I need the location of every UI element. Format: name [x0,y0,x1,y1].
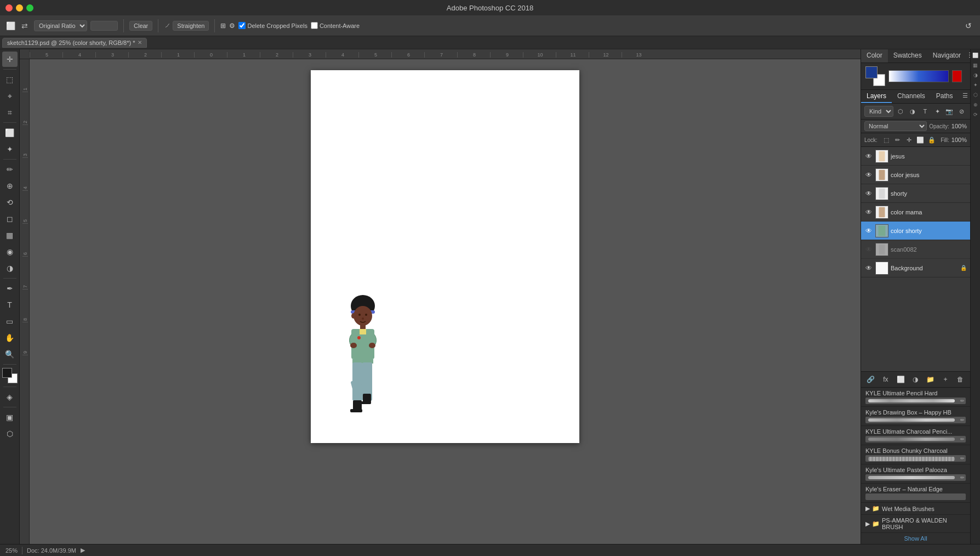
layer-item-background[interactable]: 👁 Background 🔒 [861,259,970,277]
visibility-icon-color-jesus[interactable]: 👁 [864,171,873,179]
brush-folder-amaro[interactable]: ▶ 📁 PS-AMARO & WALDEN BRUSH [861,515,970,533]
brush-edit-4[interactable]: ✏ [960,475,965,480]
visibility-icon-jesus[interactable]: 👁 [864,152,873,161]
filter-toggle[interactable]: ⊘ [957,106,967,117]
tab-channels[interactable]: Channels [892,90,931,103]
ratio-select[interactable]: Original Ratio [34,20,87,31]
minimize-button[interactable] [16,4,23,12]
visibility-icon-scan0082[interactable]: 👁 [864,245,873,254]
pen-tool[interactable]: ✒ [2,281,18,296]
brush-item-3[interactable]: KYLE Bonus Chunky Charcoal ✏ [861,445,970,464]
new-group-btn[interactable]: 📁 [925,374,936,385]
content-aware-label[interactable]: Content-Aware [311,22,360,29]
adjustment-btn[interactable]: ◑ [910,374,921,385]
clear-button[interactable]: Clear [129,21,152,31]
tab-navigator[interactable]: Navigator [927,49,966,63]
filter-smart-icon[interactable]: 📷 [944,106,954,117]
brush-item-0[interactable]: KYLE Ultimate Pencil Hard ✏ [861,388,970,407]
filter-adjust-icon[interactable]: ◑ [908,106,918,117]
brush-edit-1[interactable]: ✏ [960,417,965,423]
crop-tool-icon[interactable]: ⬜ [4,20,16,32]
brush-edit-2[interactable]: ✏ [960,436,965,442]
artboard-tool[interactable]: ⬡ [2,426,18,441]
close-button[interactable] [5,4,13,12]
document-tab[interactable]: sketch1129.psd @ 25% (color shorty, RGB/… [2,38,147,48]
dodge-tool[interactable]: ◑ [2,260,18,276]
panel-toggle-6[interactable]: ⊕ [972,101,979,109]
mask-mode-tool[interactable]: ◈ [2,389,18,405]
lock-transparent-btn[interactable]: ⬚ [882,134,891,145]
panel-toggle-5[interactable]: ⬡ [972,91,979,99]
hand-tool[interactable]: ✋ [2,330,18,345]
canvas-scroll[interactable] [30,59,861,544]
eraser-tool[interactable]: ◻ [2,211,18,226]
brush-folder-wet[interactable]: ▶ 📁 Wet Media Brushes [861,503,970,515]
shape-tool[interactable]: ▭ [2,314,18,329]
screen-mode-tool[interactable]: ▣ [2,410,18,425]
add-mask-btn[interactable]: ⬜ [895,374,906,385]
tab-color[interactable]: Color [861,49,888,63]
tab-paths[interactable]: Paths [931,90,959,103]
foreground-color-swatch[interactable] [865,66,878,78]
content-aware-checkbox[interactable] [311,22,318,29]
visibility-icon-color-mama[interactable]: 👁 [864,208,873,217]
visibility-icon-shorty[interactable]: 👁 [864,189,873,198]
panel-toggle-4[interactable]: ✦ [972,81,979,89]
color-red-swatch[interactable] [952,70,962,82]
lock-paint-btn[interactable]: ✏ [893,134,903,145]
clone-tool[interactable]: ⊕ [2,178,18,194]
delete-cropped-checkbox[interactable] [238,22,246,29]
layers-kind-select[interactable]: Kind [864,106,893,117]
layer-item-shorty[interactable]: 👁 shorty [861,184,970,203]
color-swatches[interactable] [2,368,18,383]
move-tool[interactable]: ✛ [2,52,18,67]
settings-toggle[interactable]: ⚙ [229,22,235,30]
blur-tool[interactable]: ◉ [2,244,18,259]
brush-item-2[interactable]: KYLE Ultimate Charcoal Penci... ✏ [861,426,970,445]
brush-tool[interactable]: ✏ [2,162,18,177]
panel-toggle-2[interactable]: ▦ [972,61,979,69]
layer-item-color-shorty[interactable]: 👁 color shorty [861,222,970,240]
brush-item-1[interactable]: Kyle's Drawing Box – Happy HB ✏ [861,407,970,426]
grid-toggle[interactable]: ⊞ [220,22,226,30]
lasso-tool[interactable]: ⌖ [2,88,18,104]
magic-wand-tool[interactable]: ⌗ [2,105,18,120]
blend-mode-select[interactable]: Normal [864,121,927,131]
visibility-icon-background[interactable]: 👁 [864,264,873,273]
layer-item-scan0082[interactable]: 👁 scan0082 [861,240,970,259]
layer-item-color-jesus[interactable]: 👁 color jesus [861,166,970,184]
reset-button[interactable]: ↺ [961,20,976,31]
crop-tool[interactable]: ⬜ [2,125,18,140]
delete-layer-btn[interactable]: 🗑 [955,374,966,385]
tab-swatches[interactable]: Swatches [888,49,927,63]
filter-text-icon[interactable]: T [920,106,930,117]
brush-edit-3[interactable]: ✏ [960,456,965,461]
gradient-tool[interactable]: ▦ [2,228,18,243]
history-brush-tool[interactable]: ⟲ [2,195,18,210]
select-tool[interactable]: ⬚ [2,72,18,87]
zoom-tool[interactable]: 🔍 [2,347,18,362]
panel-toggle-1[interactable]: ⬜ [972,52,979,59]
brush-item-5[interactable]: Kyle's Eraser – Natural Edge [861,484,970,503]
panel-toggle-7[interactable]: ⟳ [972,111,979,118]
filter-vector-icon[interactable]: ✦ [932,106,942,117]
brush-item-4[interactable]: Kyle's Ultimate Pastel Palooza ✏ [861,464,970,484]
new-layer-btn[interactable]: + [940,374,951,385]
lock-artboard-btn[interactable]: ⬜ [916,134,925,145]
filter-type-icon[interactable]: ⬡ [896,106,905,117]
show-all-button[interactable]: Show All [904,535,927,542]
layer-item-color-mama[interactable]: 👁 color mama [861,203,970,222]
transform-tool-icon[interactable]: ⇄ [19,20,31,32]
text-tool[interactable]: T [2,297,18,313]
visibility-icon-color-shorty[interactable]: 👁 [864,226,873,235]
maximize-button[interactable] [26,4,33,12]
layers-menu-icon[interactable]: ☰ [960,90,970,103]
delete-cropped-label[interactable]: Delete Cropped Pixels [238,22,307,29]
color-gradient-bar[interactable] [888,70,949,82]
tab-close-icon[interactable]: ✕ [138,39,142,46]
lock-all-btn[interactable]: 🔒 [927,134,937,145]
layer-style-btn[interactable]: fx [880,374,891,385]
layer-item-jesus[interactable]: 👁 jesus [861,147,970,166]
panel-toggle-3[interactable]: ◑ [972,71,979,79]
tab-layers[interactable]: Layers [861,90,892,103]
